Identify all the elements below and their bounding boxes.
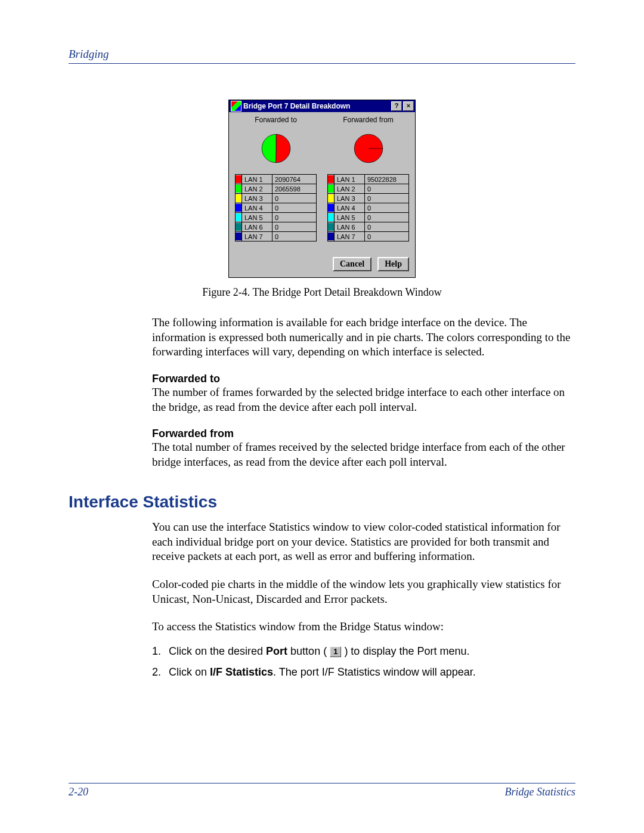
- footer-page-number: 2-20: [69, 786, 88, 798]
- dialog-titlebar: Bridge Port 7 Detail Breakdown ? ×: [229, 100, 415, 112]
- header-section-title: Bridging: [69, 48, 109, 60]
- forwarded-from-label: Forwarded from: [327, 116, 409, 124]
- forwarded-from-pie-chart: [348, 128, 389, 169]
- forwarded-from-column: Forwarded from LAN 195022828LAN 20LAN 30…: [327, 116, 409, 241]
- forwarded-to-label: Forwarded to: [235, 116, 317, 124]
- table-row: LAN 70: [236, 232, 317, 241]
- table-row: LAN 12090764: [236, 175, 317, 184]
- table-row: LAN 70: [328, 232, 409, 241]
- footer-section: Bridge Statistics: [505, 786, 576, 798]
- table-row: LAN 60: [236, 222, 317, 232]
- cancel-button[interactable]: Cancel: [333, 257, 371, 271]
- figure-block: Bridge Port 7 Detail Breakdown ? × Forwa…: [69, 100, 575, 299]
- dialog-title: Bridge Port 7 Detail Breakdown: [243, 102, 391, 110]
- help-button[interactable]: Help: [377, 257, 409, 271]
- forwarded-to-pie-chart: [255, 128, 297, 169]
- table-row: LAN 40: [236, 203, 317, 213]
- forwarded-to-table: LAN 12090764LAN 22065598LAN 30LAN 40LAN …: [235, 174, 317, 241]
- table-row: LAN 30: [328, 194, 409, 203]
- step-1-text: Click on the desired Port button ( 1 ) t…: [169, 643, 469, 660]
- section-heading: Interface Statistics: [69, 493, 575, 512]
- step-2-number: 2.: [152, 664, 169, 681]
- table-row: LAN 195022828: [328, 175, 409, 184]
- table-row: LAN 22065598: [236, 184, 317, 194]
- section-p2: Color-coded pie charts in the middle of …: [152, 577, 575, 606]
- page-header: Bridging: [69, 48, 575, 64]
- step-1: 1. Click on the desired Port button ( 1 …: [152, 643, 575, 660]
- forwarded-from-table: LAN 195022828LAN 20LAN 30LAN 40LAN 50LAN…: [327, 174, 409, 241]
- titlebar-close-button[interactable]: ×: [403, 101, 414, 111]
- table-row: LAN 20: [328, 184, 409, 194]
- app-icon: [231, 101, 242, 112]
- intro-paragraph: The following information is available f…: [152, 315, 575, 360]
- table-row: LAN 50: [328, 213, 409, 222]
- dialog-window: Bridge Port 7 Detail Breakdown ? × Forwa…: [228, 100, 416, 278]
- page-footer: 2-20 Bridge Statistics: [69, 783, 575, 798]
- port-button-icon: 1: [330, 646, 341, 657]
- figure-caption: Figure 2-4. The Bridge Port Detail Break…: [69, 286, 575, 299]
- step-1-number: 1.: [152, 643, 169, 660]
- body-content: The following information is available f…: [152, 315, 575, 470]
- step-2: 2. Click on I/F Statistics. The port I/F…: [152, 664, 575, 681]
- steps-list: 1. Click on the desired Port button ( 1 …: [152, 643, 575, 681]
- forwarded-to-heading: Forwarded to: [152, 373, 575, 385]
- table-row: LAN 50: [236, 213, 317, 222]
- table-row: LAN 40: [328, 203, 409, 213]
- forwarded-from-text: The total number of frames received by t…: [152, 440, 575, 469]
- table-row: LAN 30: [236, 194, 317, 203]
- forwarded-from-heading: Forwarded from: [152, 428, 575, 440]
- section-p3: To access the Statistics window from the…: [152, 620, 575, 634]
- forwarded-to-text: The number of frames forwarded by the se…: [152, 385, 575, 414]
- section-p1: You can use the interface Statistics win…: [152, 520, 575, 564]
- forwarded-to-column: Forwarded to LAN 12090764LAN 22065598LAN…: [235, 116, 317, 241]
- titlebar-help-button[interactable]: ?: [391, 101, 402, 111]
- table-row: LAN 60: [328, 222, 409, 232]
- step-2-text: Click on I/F Statistics. The port I/F St…: [169, 664, 476, 681]
